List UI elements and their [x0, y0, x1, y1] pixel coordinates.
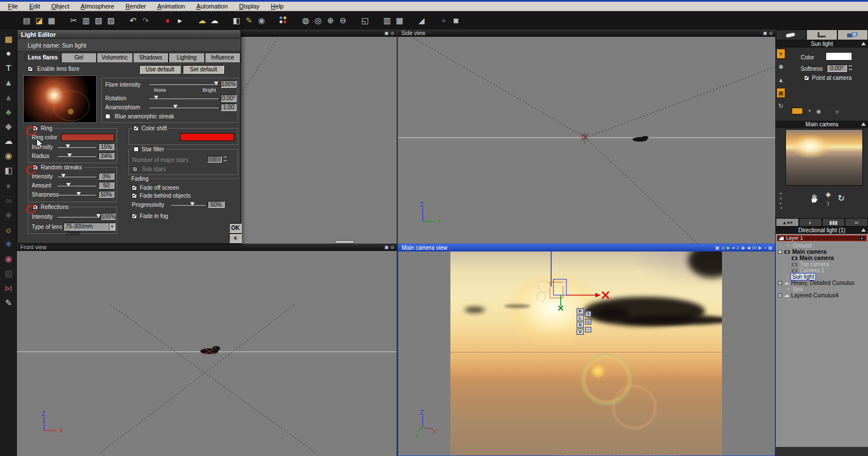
zoom-view-icon[interactable]: ◎ [769, 29, 773, 37]
zoom-out-icon[interactable]: ⊖ [337, 15, 349, 26]
tab-lights[interactable]: ◐ [799, 218, 822, 227]
material-sphere-icon[interactable]: ◉ [2, 253, 15, 265]
close-button[interactable]: × [229, 233, 242, 243]
gizmo-mini-grid-icon[interactable]: ▫ [585, 327, 591, 333]
play-icon[interactable]: ▶ [727, 244, 731, 252]
tab-objects[interactable]: ▲●▾ [776, 218, 799, 227]
zbuffer-icon[interactable]: Z [737, 244, 740, 252]
main-camera-viewport[interactable]: Main camera view ▣◎▶●Z◉◀00▶◑▦ [398, 244, 775, 456]
gizmo-cube-icon[interactable]: ▣ [776, 88, 785, 98]
render-mode-icon[interactable]: ▪▪ [779, 191, 783, 196]
collapse-triangle-icon[interactable] [861, 42, 866, 45]
enable-lens-flare-checkbox[interactable] [28, 66, 33, 71]
tab-volumetric[interactable]: Volumetric [97, 53, 133, 62]
filmstrip-icon[interactable]: ▥ [381, 15, 393, 26]
tree-item-sun-light[interactable]: ☼ Sun light [777, 274, 867, 280]
main-camera-content[interactable]: ↺ ↺ ↻ Z Y X P L S V ⇅ ◎ [398, 252, 775, 455]
pick-cursor-icon[interactable]: ▸ [174, 15, 186, 26]
boat-object[interactable] [200, 346, 220, 355]
menu-automation[interactable]: Automation [192, 2, 235, 10]
refresh-icon[interactable]: ↻ [776, 101, 785, 111]
bulb-icon[interactable]: ☼ [835, 108, 840, 114]
mountain-dark-icon[interactable]: ▲ [2, 91, 15, 103]
cube-edit-icon[interactable]: ✎ [2, 297, 15, 309]
streaks-amount-value[interactable]: 50 [98, 182, 114, 189]
streaks-intensity-slider[interactable] [58, 174, 96, 179]
cloud-icon[interactable]: ☁ [2, 135, 15, 147]
zoom-view-icon[interactable]: ◎ [390, 244, 394, 251]
zoom-in-icon[interactable]: ⊕ [325, 15, 336, 26]
tab-shadows[interactable]: Shadows [133, 53, 169, 62]
frame-forward-icon[interactable]: ▶ [758, 244, 762, 252]
zero-icon[interactable]: 0 [780, 196, 782, 201]
gizmo-button-p[interactable]: P [577, 308, 584, 314]
save-scene-icon[interactable]: ▦ [46, 15, 57, 26]
progressivity-slider[interactable] [171, 202, 205, 207]
filmstrip-add-icon[interactable]: ▦ [394, 15, 405, 26]
light-bulb-icon[interactable]: ☼ [2, 223, 15, 236]
tab-influence[interactable]: Influence [205, 53, 241, 62]
rotate-camera-icon[interactable]: ↻ [837, 193, 845, 203]
cube-star-icon[interactable]: ◧ [2, 164, 15, 177]
dot-icon[interactable]: ● [732, 244, 735, 252]
lock-icon[interactable]: ◉ [817, 108, 822, 114]
streaks-amount-slider[interactable] [58, 183, 96, 188]
chart-icon[interactable]: ▥ [2, 267, 15, 280]
terrain-strip-icon[interactable]: ▅ [2, 32, 15, 44]
gizmo-button-l[interactable]: L [577, 315, 584, 321]
tree-icon[interactable]: ♣ [2, 105, 15, 118]
zoom-tool-icon[interactable]: ◎ [312, 15, 324, 26]
duplicate-view-icon[interactable]: ▣ [384, 244, 389, 251]
back-small-icon[interactable]: ◂ [780, 206, 782, 210]
side-view-viewport[interactable]: Side view ▣◎ [398, 29, 775, 244]
planet-icon[interactable]: ◉ [2, 150, 15, 162]
cloud-object[interactable] [633, 136, 648, 142]
contrast-icon[interactable]: ◑ [764, 244, 767, 252]
softness-spinner[interactable]: ▲▼ [848, 65, 853, 71]
tab-cameras[interactable] [837, 29, 868, 40]
gizmo-mini-center-icon[interactable]: ◎ [585, 319, 591, 325]
type-of-lens-dropdown[interactable]: 75-300mm Zoom [63, 223, 109, 231]
menu-help[interactable]: Help [267, 2, 291, 10]
ring-intensity-slider[interactable] [58, 144, 96, 150]
ring-radius-slider[interactable] [58, 154, 96, 159]
ring-intensity-value[interactable]: 15% [98, 143, 114, 150]
tree-item-top-camera[interactable]: Top camera [777, 261, 867, 267]
render-preview-icon[interactable]: ◉ [256, 15, 267, 26]
duplicate-view-icon[interactable]: ▣ [763, 29, 767, 37]
tree-item-heavy-cumulus[interactable]: + ☁ Heavy, Detailed Cumulus [777, 280, 867, 286]
render-camera-icon[interactable]: ◙ [450, 15, 462, 26]
gizmo-button-v[interactable]: V [577, 329, 584, 335]
animation-clapper-icon[interactable]: ◢ [416, 15, 427, 26]
menu-animation[interactable]: Animation [153, 2, 192, 10]
tree-item-main-camera-group[interactable]: − Main camera [777, 249, 867, 255]
sun-light-header[interactable]: Sun light [776, 40, 868, 48]
expand-plus-icon[interactable]: + [778, 293, 782, 297]
save-view-icon[interactable]: ▦ [768, 244, 772, 252]
atmosphere-editor-icon[interactable]: ☁ [196, 15, 208, 26]
duplicate-view-icon[interactable]: ▣ [715, 244, 720, 252]
render-options-icon[interactable]: ◧ [231, 15, 242, 26]
star-filter-checkbox[interactable] [134, 147, 139, 152]
cut-icon[interactable]: ✂ [68, 15, 79, 26]
wind-fan-icon[interactable]: ✳ [2, 238, 15, 250]
front-view-content[interactable]: Z X [17, 251, 397, 456]
tree-item-layered-cumulus[interactable]: + ☁ Layered Cumulus4 [777, 292, 867, 299]
blue-anamorphic-streak-checkbox[interactable] [105, 114, 110, 119]
set-default-button[interactable]: Set default [183, 65, 224, 74]
pan-hand-icon[interactable] [810, 193, 819, 203]
boulder-icon[interactable]: ● [2, 179, 15, 191]
spotlight-cone-icon[interactable]: ▲ [776, 75, 785, 85]
type-of-lens-dropdown-button[interactable]: ▾ [109, 223, 115, 231]
gizmo-button-s[interactable]: S [577, 322, 584, 328]
browser-header[interactable]: Directional light (1) [776, 227, 868, 234]
fade-in-fog-checkbox[interactable] [132, 214, 137, 219]
text-object-icon[interactable]: T [2, 61, 15, 74]
fade-off-screen-checkbox[interactable] [132, 185, 137, 190]
tab-numerics[interactable] [806, 29, 837, 40]
streaks-sharpness-value[interactable]: 50% [98, 191, 114, 198]
post-render-icon[interactable]: ✎ [243, 15, 255, 26]
ambient-color-swatch[interactable] [792, 108, 803, 114]
ok-button[interactable]: OK [229, 223, 242, 233]
metaballs-icon[interactable]: ∞ [2, 194, 15, 206]
